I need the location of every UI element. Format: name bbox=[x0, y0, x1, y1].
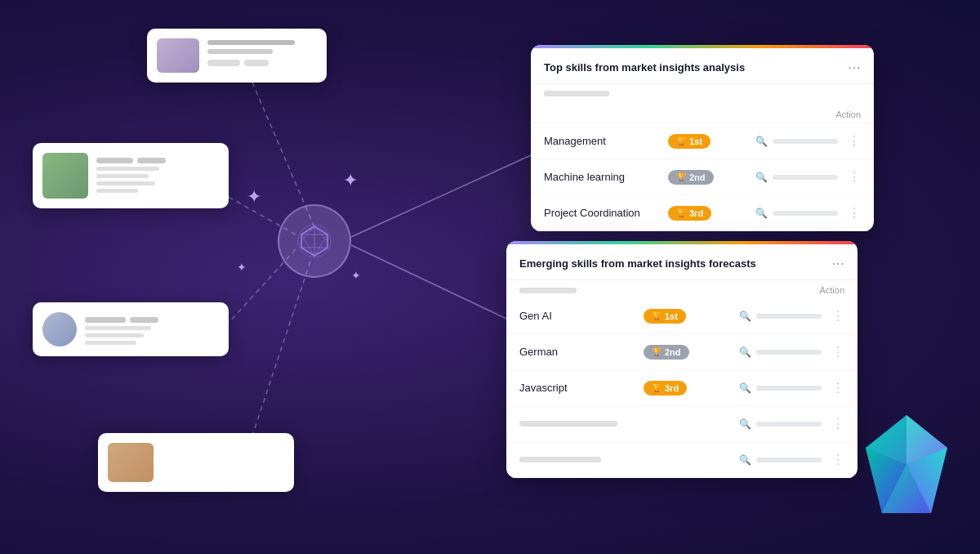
empty-skill-bar bbox=[519, 457, 601, 462]
search-bar bbox=[773, 211, 838, 216]
rank-badge: 🏆 2nd bbox=[644, 345, 689, 360]
rank-badge: 🏆 3rd bbox=[668, 206, 711, 221]
filter-bar bbox=[544, 91, 609, 96]
search-action: 🔍 bbox=[739, 311, 822, 322]
svg-line-4 bbox=[351, 155, 531, 237]
search-bar bbox=[773, 139, 838, 144]
sparkle-icon: ✦ bbox=[343, 172, 358, 190]
content-line bbox=[96, 181, 155, 185]
panel-subheader: Action bbox=[531, 103, 874, 123]
panel-title: Top skills from market insights analysis bbox=[544, 61, 745, 74]
search-bar bbox=[756, 386, 822, 391]
card-thumbnail bbox=[108, 443, 154, 482]
filter-bar bbox=[519, 288, 577, 293]
skill-row: Javascript 🏆 3rd 🔍 ⋮ bbox=[506, 370, 858, 406]
panel-header: Emerging skills from market insights for… bbox=[506, 244, 858, 280]
badge-icon: 🏆 bbox=[676, 136, 686, 145]
search-action: 🔍 bbox=[755, 208, 838, 219]
content-line bbox=[96, 174, 149, 178]
skill-name: Management bbox=[544, 135, 658, 147]
tag-bar bbox=[207, 60, 240, 66]
search-icon[interactable]: 🔍 bbox=[739, 454, 751, 466]
rank-badge: 🏆 2nd bbox=[668, 170, 714, 185]
search-icon[interactable]: 🔍 bbox=[739, 311, 751, 322]
skill-name: Javascript bbox=[519, 382, 634, 394]
badge-icon: 🏆 bbox=[652, 383, 662, 392]
content-line bbox=[85, 341, 136, 345]
skill-row: Machine learning 🏆 2nd 🔍 ⋮ bbox=[531, 159, 874, 195]
search-action: 🔍 bbox=[739, 382, 822, 394]
row-more-icon[interactable]: ⋮ bbox=[848, 133, 861, 149]
skill-row: Project Coordination 🏆 3rd 🔍 ⋮ bbox=[531, 195, 874, 231]
skill-name: Machine learning bbox=[544, 171, 658, 183]
search-action: 🔍 bbox=[755, 172, 838, 183]
gem-decoration bbox=[858, 407, 956, 521]
content-line bbox=[85, 326, 151, 330]
empty-row: 🔍 ⋮ bbox=[506, 406, 858, 442]
tag-bar bbox=[96, 158, 133, 163]
floating-card-2 bbox=[33, 143, 229, 208]
row-more-icon[interactable]: ⋮ bbox=[831, 416, 844, 431]
search-action: 🔍 bbox=[755, 136, 838, 147]
search-icon[interactable]: 🔍 bbox=[739, 418, 751, 430]
content-line bbox=[207, 49, 273, 54]
search-icon[interactable]: 🔍 bbox=[739, 346, 751, 358]
row-more-icon[interactable]: ⋮ bbox=[848, 205, 861, 221]
search-action: 🔍 bbox=[739, 418, 822, 430]
rank-badge: 🏆 3rd bbox=[644, 381, 687, 395]
hub-icon bbox=[296, 223, 332, 259]
tag-bar bbox=[130, 317, 158, 323]
content-line bbox=[96, 189, 138, 193]
skill-row: Gen AI 🏆 1st 🔍 ⋮ bbox=[506, 298, 858, 334]
row-more-icon[interactable]: ⋮ bbox=[831, 308, 844, 324]
card-content bbox=[85, 312, 158, 345]
search-icon[interactable]: 🔍 bbox=[755, 136, 768, 147]
emerging-skills-panel: Emerging skills from market insights for… bbox=[506, 241, 858, 478]
search-icon[interactable]: 🔍 bbox=[755, 208, 768, 219]
svg-line-5 bbox=[351, 245, 506, 319]
badge-icon: 🏆 bbox=[676, 172, 686, 181]
rank-badge: 🏆 1st bbox=[668, 134, 710, 149]
search-bar bbox=[756, 314, 822, 319]
tag-bar bbox=[85, 317, 126, 323]
search-bar bbox=[756, 350, 822, 355]
floating-card-3 bbox=[33, 302, 229, 356]
floating-card-4 bbox=[98, 433, 294, 492]
tag-bar bbox=[244, 60, 269, 66]
top-skills-panel: Top skills from market insights analysis… bbox=[531, 45, 874, 231]
row-more-icon[interactable]: ⋮ bbox=[831, 452, 844, 467]
empty-row: 🔍 ⋮ bbox=[506, 442, 858, 478]
card-thumbnail bbox=[42, 153, 88, 199]
empty-skill-bar bbox=[519, 421, 617, 427]
rank-badge: 🏆 1st bbox=[644, 309, 686, 324]
skill-name: Project Coordination bbox=[544, 207, 658, 219]
row-more-icon[interactable]: ⋮ bbox=[831, 380, 844, 395]
search-bar bbox=[756, 458, 822, 462]
search-icon[interactable]: 🔍 bbox=[739, 382, 751, 394]
content-line bbox=[85, 333, 144, 337]
skeleton-filter bbox=[531, 84, 874, 103]
action-label: Action bbox=[819, 285, 844, 295]
search-bar bbox=[773, 175, 838, 180]
panel-header: Top skills from market insights analysis… bbox=[531, 48, 874, 84]
tag-bar bbox=[137, 158, 166, 163]
skill-row: Management 🏆 1st 🔍 ⋮ bbox=[531, 123, 874, 159]
content-line bbox=[207, 40, 295, 45]
card-thumbnail bbox=[157, 38, 199, 73]
action-label: Action bbox=[835, 109, 861, 119]
more-options-icon[interactable]: ⋯ bbox=[848, 60, 861, 75]
panel-title: Emerging skills from market insights for… bbox=[519, 257, 756, 270]
search-action: 🔍 bbox=[739, 454, 822, 466]
badge-icon: 🏆 bbox=[652, 347, 662, 356]
center-hub bbox=[278, 204, 351, 278]
more-options-icon[interactable]: ⋯ bbox=[831, 256, 844, 271]
search-icon[interactable]: 🔍 bbox=[755, 172, 768, 183]
row-more-icon[interactable]: ⋮ bbox=[831, 344, 844, 360]
sparkle-icon: ✦ bbox=[247, 188, 261, 206]
card-content-lines bbox=[207, 38, 317, 66]
search-bar bbox=[756, 422, 822, 427]
card-content bbox=[96, 153, 166, 193]
sparkle-icon: ✦ bbox=[237, 261, 247, 273]
row-more-icon[interactable]: ⋮ bbox=[848, 169, 861, 185]
skill-row: German 🏆 2nd 🔍 ⋮ bbox=[506, 334, 858, 370]
